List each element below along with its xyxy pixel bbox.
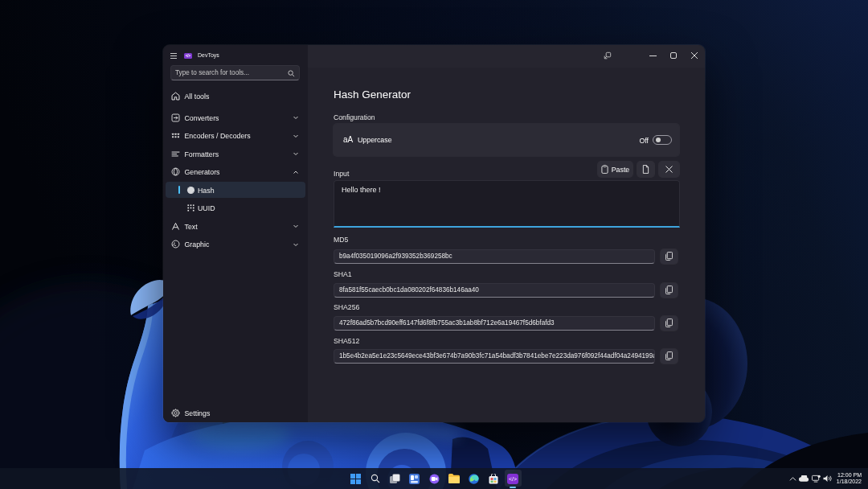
svg-text:</>: </>: [509, 476, 517, 482]
